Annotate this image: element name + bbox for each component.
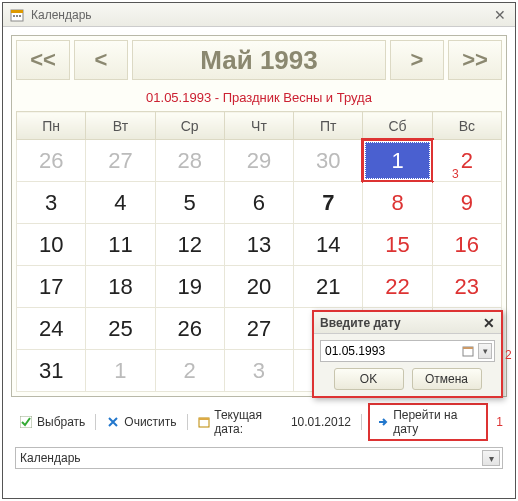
weekday-header: Чт <box>224 112 293 140</box>
day-cell[interactable]: 14 <box>294 224 363 266</box>
day-cell[interactable]: 2 <box>432 140 501 182</box>
calendar-window: Календарь ✕ << < Май 1993 > >> 01.05.199… <box>2 2 516 499</box>
svg-rect-4 <box>19 15 21 17</box>
day-cell[interactable]: 6 <box>224 182 293 224</box>
day-cell[interactable]: 15 <box>363 224 432 266</box>
separator <box>361 414 362 430</box>
ok-label: OK <box>360 372 377 386</box>
titlebar: Календарь ✕ <box>3 3 515 27</box>
svg-rect-1 <box>11 10 23 13</box>
next-month-button[interactable]: > <box>390 40 444 80</box>
view-combo-label: Календарь <box>20 451 81 465</box>
day-cell[interactable]: 21 <box>294 266 363 308</box>
next-year-button[interactable]: >> <box>448 40 502 80</box>
day-cell[interactable]: 10 <box>17 224 86 266</box>
annotation-marker-3: 3 <box>452 167 459 181</box>
day-cell[interactable]: 4 <box>86 182 155 224</box>
day-cell[interactable]: 1 <box>363 140 432 182</box>
day-cell[interactable]: 16 <box>432 224 501 266</box>
popup-title: Введите дату <box>320 316 401 330</box>
goto-date-highlight: Перейти на дату <box>368 403 488 441</box>
popup-close-icon[interactable]: ✕ <box>483 315 495 331</box>
svg-rect-3 <box>16 15 18 17</box>
annotation-marker-1: 1 <box>496 415 503 429</box>
calendar-icon <box>198 415 211 429</box>
day-cell[interactable]: 12 <box>155 224 224 266</box>
goto-date-button[interactable]: Перейти на дату <box>372 406 484 438</box>
check-icon <box>19 415 33 429</box>
day-cell[interactable]: 27 <box>86 140 155 182</box>
day-cell[interactable]: 19 <box>155 266 224 308</box>
day-cell[interactable]: 23 <box>432 266 501 308</box>
cancel-button[interactable]: Отмена <box>412 368 482 390</box>
day-cell[interactable]: 25 <box>86 308 155 350</box>
date-input[interactable]: 01.05.1993 ▾ <box>320 340 495 362</box>
day-cell[interactable]: 31 <box>17 350 86 392</box>
prev-year-button[interactable]: << <box>16 40 70 80</box>
cancel-label: Отмена <box>425 372 468 386</box>
weekday-header: Пн <box>17 112 86 140</box>
window-title: Календарь <box>31 8 491 22</box>
toolbar: Выбрать Очистить Текущая дата: 10.01.201… <box>11 397 507 447</box>
day-cell[interactable]: 18 <box>86 266 155 308</box>
day-cell[interactable]: 2 <box>155 350 224 392</box>
close-icon[interactable]: ✕ <box>491 7 509 23</box>
svg-rect-2 <box>13 15 15 17</box>
day-cell[interactable]: 3 <box>17 182 86 224</box>
day-cell[interactable]: 27 <box>224 308 293 350</box>
current-date-prefix: Текущая дата: <box>214 408 287 436</box>
weekday-header: Вс <box>432 112 501 140</box>
annotation-marker-2: 2 <box>505 348 512 362</box>
current-date-value: 10.01.2012 <box>291 415 351 429</box>
month-nav: << < Май 1993 > >> <box>16 40 502 80</box>
day-cell[interactable]: 22 <box>363 266 432 308</box>
clear-icon <box>106 415 120 429</box>
weekday-header: Сб <box>363 112 432 140</box>
day-cell[interactable]: 3 <box>224 350 293 392</box>
select-button[interactable]: Выбрать <box>15 413 89 431</box>
weekday-header: Пт <box>294 112 363 140</box>
svg-rect-9 <box>463 347 473 349</box>
clear-button[interactable]: Очистить <box>102 413 180 431</box>
day-cell[interactable]: 26 <box>155 308 224 350</box>
calendar-picker-icon[interactable] <box>460 343 476 359</box>
holiday-label: 01.05.1993 - Праздник Весны и Труда <box>16 80 502 111</box>
view-combo[interactable]: Календарь ▾ <box>15 447 503 469</box>
day-cell[interactable]: 1 <box>86 350 155 392</box>
popup-titlebar: Введите дату ✕ <box>314 312 501 334</box>
selected-day[interactable]: 1 <box>365 142 429 179</box>
select-label: Выбрать <box>37 415 85 429</box>
day-cell[interactable]: 17 <box>17 266 86 308</box>
month-year-label[interactable]: Май 1993 <box>132 40 386 80</box>
goto-label: Перейти на дату <box>393 408 480 436</box>
goto-icon <box>376 415 389 429</box>
day-cell[interactable]: 24 <box>17 308 86 350</box>
ok-button[interactable]: OK <box>334 368 404 390</box>
date-input-value: 01.05.1993 <box>325 344 385 358</box>
calendar-app-icon <box>9 7 25 23</box>
day-cell[interactable]: 28 <box>155 140 224 182</box>
current-date-button[interactable]: Текущая дата: 10.01.2012 <box>194 406 356 438</box>
day-cell[interactable]: 7 <box>294 182 363 224</box>
day-cell[interactable]: 13 <box>224 224 293 266</box>
chevron-down-icon[interactable]: ▾ <box>482 450 500 466</box>
day-cell[interactable]: 29 <box>224 140 293 182</box>
chevron-down-icon[interactable]: ▾ <box>478 343 492 359</box>
day-cell[interactable]: 30 <box>294 140 363 182</box>
separator <box>187 414 188 430</box>
weekday-header: Ср <box>155 112 224 140</box>
day-cell[interactable]: 9 <box>432 182 501 224</box>
day-cell[interactable]: 5 <box>155 182 224 224</box>
day-cell[interactable]: 8 <box>363 182 432 224</box>
day-cell[interactable]: 20 <box>224 266 293 308</box>
date-entry-popup: Введите дату ✕ 01.05.1993 ▾ OK Отмена <box>312 310 503 398</box>
day-cell[interactable]: 11 <box>86 224 155 266</box>
weekday-header: Вт <box>86 112 155 140</box>
svg-rect-7 <box>199 418 209 420</box>
day-cell[interactable]: 26 <box>17 140 86 182</box>
separator <box>95 414 96 430</box>
prev-month-button[interactable]: < <box>74 40 128 80</box>
clear-label: Очистить <box>124 415 176 429</box>
